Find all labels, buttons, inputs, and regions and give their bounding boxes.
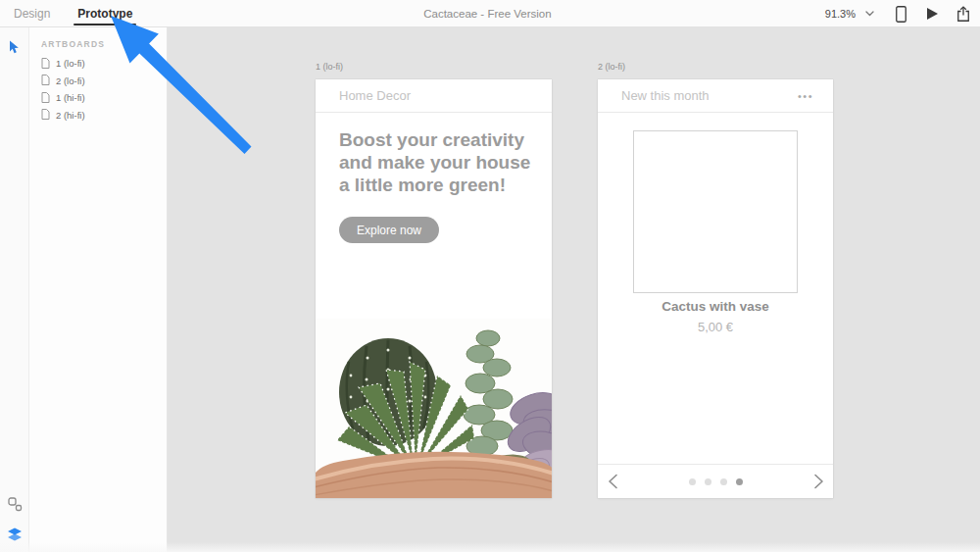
carousel-bar [598,464,833,498]
share-icon[interactable] [955,4,972,24]
chevron-down-icon [860,4,878,24]
artboard-2-header-title: New this month [621,88,798,103]
artboard-page-icon [41,55,50,73]
product-image-placeholder [633,130,798,293]
tool-strip [0,27,29,552]
succulents-photo [316,319,552,498]
artboard-2-header: New this month ••• [598,79,833,113]
artboard-2-lofi[interactable]: New this month ••• Cactus with vase 5,00… [598,79,833,498]
artboard-1-header-title: Home Decor [339,88,532,103]
chevron-left-icon[interactable] [598,474,627,489]
tab-prototype[interactable]: Prototype [64,0,146,27]
artboard-page-icon [41,72,50,89]
product-price: 5,00 € [598,320,833,334]
zoom-level-value: 91.3% [825,8,856,20]
topbar: Design Prototype Cactaceae - Free Versio… [0,0,980,27]
artboards-panel: ARTBOARDS 1 (lo-fi) 2 (lo-fi) 1 (hi-fi) … [29,27,168,552]
device-preview-icon[interactable] [892,4,909,24]
desktop-preview-icon[interactable] [923,4,941,24]
artboard-1-lofi[interactable]: Home Decor Boost your creativity and mak… [316,79,552,498]
layers-icon[interactable] [6,525,24,544]
explore-now-button[interactable]: Explore now [339,217,439,243]
artboard-1-header: Home Decor [316,79,552,113]
artboards-panel-title: ARTBOARDS [41,39,167,49]
artboard-page-icon [41,89,50,107]
pagination-dot[interactable] [736,478,743,485]
zoom-level-control[interactable]: 91.3% [825,4,878,24]
assets-icon[interactable] [6,494,24,514]
artboard-page-icon [41,106,50,124]
sidebar-item-artboard-2-lofi[interactable]: 2 (lo-fi) [29,73,167,90]
mode-tabs: Design Prototype [0,0,146,27]
sidebar-item-label: 1 (hi-fi) [56,92,85,103]
pagination-dot[interactable] [705,478,711,485]
artboard-tag-1[interactable]: 1 (lo-fi) [316,62,343,72]
artboard-tag-2[interactable]: 2 (lo-fi) [598,62,625,72]
pagination-dot[interactable] [720,478,727,485]
sidebar-item-label: 1 (lo-fi) [56,58,85,69]
pagination-dot[interactable] [689,478,696,485]
sidebar-item-artboard-2-hifi[interactable]: 2 (hi-fi) [29,107,167,125]
design-canvas[interactable]: 1 (lo-fi) Home Decor Boost your creativi… [168,27,980,552]
hero-heading: Boost your creativity and make your hous… [339,128,530,196]
document-title: Cactaceae - Free Version [423,0,551,27]
chevron-right-icon[interactable] [804,474,833,489]
sidebar-item-label: 2 (lo-fi) [56,75,85,86]
product-name: Cactus with vase [598,299,833,314]
more-options-icon[interactable]: ••• [798,79,813,113]
pagination-dots [627,478,804,485]
sidebar-item-artboard-1-lofi[interactable]: 1 (lo-fi) [29,55,167,73]
cursor-icon[interactable] [6,37,24,57]
tab-design[interactable]: Design [0,0,64,27]
copper-pot [316,452,552,498]
sidebar-item-label: 2 (hi-fi) [56,110,85,121]
sidebar-item-artboard-1-hifi[interactable]: 1 (hi-fi) [29,89,167,107]
